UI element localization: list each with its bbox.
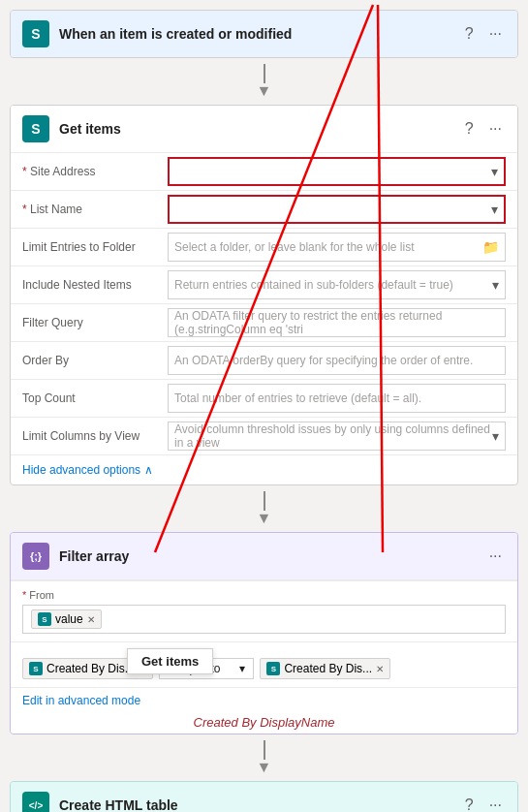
connector-arrow-2: ▼	[257, 511, 272, 526]
condition-right-label: Created By Dis...	[284, 662, 372, 675]
get-items-card: S Get items ? ··· * Site Address ▾	[10, 105, 518, 485]
from-row: From S value ✕	[11, 581, 517, 642]
filter-query-input[interactable]: An ODATA filter query to restrict the en…	[168, 308, 506, 337]
connector-1: ▼	[257, 58, 272, 105]
site-address-input[interactable]: ▾	[168, 157, 506, 186]
create-html-help-btn[interactable]: ?	[461, 795, 478, 812]
filter-array-header: {;} Filter array ···	[11, 533, 517, 580]
filter-query-placeholder: An ODATA filter query to restrict the en…	[174, 309, 499, 336]
limit-columns-row: Limit Columns by View Avoid column thres…	[11, 418, 517, 455]
condition-row: S Created By Dis... ✕ is equal to ▾ S Cr…	[11, 642, 517, 688]
operator-chevron: ▾	[239, 662, 245, 675]
condition-right-close[interactable]: ✕	[376, 664, 384, 674]
filter-query-row: Filter Query An ODATA filter query to re…	[11, 304, 517, 342]
get-items-help-btn[interactable]: ?	[461, 118, 478, 140]
connector-line-3	[264, 740, 265, 760]
trigger-title: When an item is created or modified	[59, 26, 461, 42]
trigger-card: S When an item is created or modified ? …	[10, 10, 518, 58]
trigger-header: S When an item is created or modified ? …	[11, 11, 517, 57]
create-html-card: </> Create HTML table ? ··· From {;} Bod…	[10, 781, 518, 812]
from-label: From	[22, 589, 506, 601]
top-count-row: Top Count Total number of entries to ret…	[11, 380, 517, 418]
condition-left-icon: S	[29, 662, 43, 675]
value-token-close[interactable]: ✕	[87, 614, 95, 625]
limit-entries-input[interactable]: Select a folder, or leave blank for the …	[168, 233, 506, 262]
limit-columns-input[interactable]: Avoid column threshold issues by only us…	[168, 422, 506, 451]
nested-items-input[interactable]: Return entries contained in sub-folders …	[168, 270, 506, 299]
nested-items-placeholder: Return entries contained in sub-folders …	[174, 278, 492, 292]
advanced-options-link[interactable]: Hide advanced options ∧	[11, 455, 517, 484]
filter-array-title: Filter array	[59, 548, 485, 564]
create-html-header: </> Create HTML table ? ···	[11, 782, 517, 812]
get-items-icon: S	[22, 115, 49, 142]
condition-right-token: S Created By Dis... ✕	[260, 658, 390, 679]
create-html-more-btn[interactable]: ···	[485, 795, 506, 812]
trigger-icon: S	[22, 20, 49, 47]
site-address-row: * Site Address ▾	[11, 153, 517, 191]
filter-array-more-btn[interactable]: ···	[485, 546, 506, 567]
top-count-placeholder: Total number of entries to retrieve (def…	[174, 391, 421, 405]
limit-entries-placeholder: Select a folder, or leave blank for the …	[174, 240, 482, 254]
order-by-input[interactable]: An ODATA orderBy query for specifying th…	[168, 346, 506, 375]
nested-items-chevron: ▾	[492, 277, 499, 293]
value-token-label: value	[55, 612, 83, 626]
get-items-header: S Get items ? ···	[11, 106, 517, 153]
site-address-chevron: ▾	[491, 164, 498, 179]
from-token-box[interactable]: S value ✕	[22, 605, 506, 634]
filter-array-icon: {;}	[22, 543, 49, 570]
folder-icon: 📁	[482, 239, 499, 255]
limit-entries-row: Limit Entries to Folder Select a folder,…	[11, 229, 517, 266]
value-token-icon: S	[38, 612, 51, 626]
create-html-title: Create HTML table	[59, 797, 461, 812]
get-items-title: Get items	[59, 121, 461, 137]
filter-array-body: From S value ✕ Get items	[11, 580, 517, 734]
order-by-placeholder: An ODATA orderBy query for specifying th…	[174, 354, 473, 367]
trigger-more-btn[interactable]: ···	[485, 23, 506, 45]
get-items-actions: ? ···	[461, 118, 506, 140]
list-name-label: * List Name	[22, 203, 168, 216]
get-items-body: * Site Address ▾ * List Name ▾ Limit Ent…	[11, 153, 517, 484]
nested-items-label: Include Nested Items	[22, 278, 168, 292]
filter-array-actions: ···	[485, 546, 506, 567]
create-html-actions: ? ···	[461, 795, 506, 812]
created-by-label: Created By DisplayName	[11, 713, 517, 734]
edit-advanced-link[interactable]: Edit in advanced mode	[11, 688, 517, 713]
top-count-input[interactable]: Total number of entries to retrieve (def…	[168, 384, 506, 413]
limit-entries-label: Limit Entries to Folder	[22, 240, 168, 254]
site-address-label: * Site Address	[22, 165, 168, 178]
trigger-actions: ? ···	[461, 23, 506, 45]
get-items-popup: Get items	[127, 648, 213, 674]
html-icon: </>	[22, 792, 49, 812]
condition-right-icon: S	[266, 662, 280, 675]
trigger-help-btn[interactable]: ?	[461, 23, 478, 45]
condition-left-label: Created By Dis...	[47, 662, 135, 675]
top-count-label: Top Count	[22, 391, 168, 405]
connector-2: ▼	[257, 485, 272, 532]
connector-arrow-1: ▼	[257, 83, 272, 99]
connector-line-1	[264, 64, 265, 83]
condition-area: Get items S Created By Dis... ✕ is equal…	[11, 642, 517, 688]
limit-columns-placeholder: Avoid column threshold issues by only us…	[174, 422, 492, 450]
connector-3: ▼	[257, 734, 272, 781]
value-token: S value ✕	[31, 609, 102, 629]
limit-columns-chevron: ▾	[492, 428, 499, 444]
nested-items-row: Include Nested Items Return entries cont…	[11, 266, 517, 304]
filter-array-card: {;} Filter array ··· From S value ✕	[10, 532, 518, 734]
order-by-label: Order By	[22, 354, 168, 367]
order-by-row: Order By An ODATA orderBy query for spec…	[11, 342, 517, 380]
get-items-more-btn[interactable]: ···	[485, 118, 506, 140]
filter-query-label: Filter Query	[22, 316, 168, 329]
list-name-chevron: ▾	[491, 202, 498, 217]
advanced-options-label: Hide advanced options	[22, 463, 140, 477]
advanced-chevron-icon: ∧	[144, 463, 153, 477]
list-name-input[interactable]: ▾	[168, 195, 506, 224]
limit-columns-label: Limit Columns by View	[22, 429, 168, 443]
connector-line-2	[264, 491, 265, 511]
list-name-row: * List Name ▾	[11, 191, 517, 229]
connector-arrow-3: ▼	[257, 760, 272, 775]
